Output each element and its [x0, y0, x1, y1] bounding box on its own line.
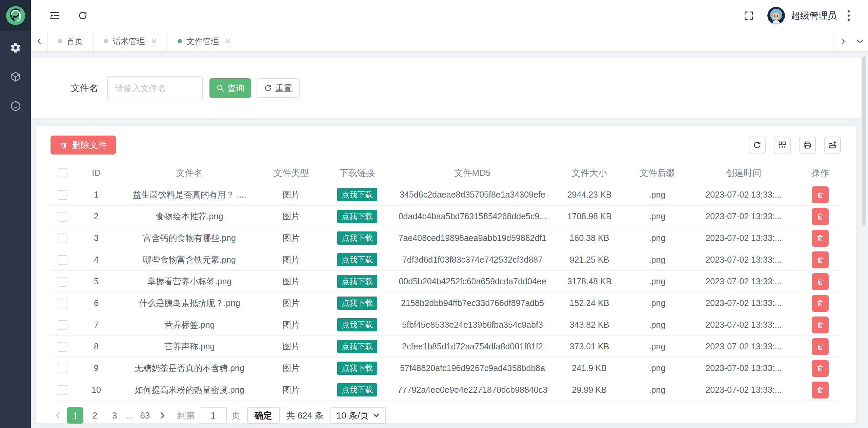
export-button[interactable]: [824, 137, 841, 154]
download-link-button[interactable]: 点我下载: [337, 318, 377, 331]
row-delete-button[interactable]: [812, 230, 829, 247]
row-checkbox[interactable]: [58, 364, 67, 373]
table-row: 10 如何提高米粉的热量密度.png 图片 点我下载 77792a4ee0e9e…: [51, 379, 841, 401]
download-link-button[interactable]: 点我下载: [337, 253, 377, 266]
cell-ext: .png: [627, 184, 688, 206]
file-table-card: 删除文件: [36, 126, 856, 423]
sidebar-item-profile[interactable]: [6, 97, 25, 116]
current-user-name[interactable]: 超级管理员: [791, 9, 837, 22]
row-checkbox[interactable]: [58, 385, 67, 395]
cell-size: 2944.23 KB: [552, 184, 627, 206]
cell-ext: .png: [627, 379, 688, 401]
download-link-button[interactable]: 点我下载: [337, 362, 377, 375]
cell-size: 29.99 KB: [552, 379, 627, 401]
row-checkbox[interactable]: [58, 299, 67, 308]
row-delete-button[interactable]: [812, 208, 829, 225]
row-checkbox[interactable]: [58, 233, 67, 243]
cell-id: 5: [74, 271, 118, 292]
next-page-button[interactable]: [155, 411, 170, 420]
row-delete-button[interactable]: [812, 295, 829, 312]
row-delete-button[interactable]: [812, 360, 829, 377]
row-delete-button[interactable]: [812, 382, 829, 399]
user-menu-kebab-icon[interactable]: [847, 10, 850, 21]
sidebar-item-settings[interactable]: [6, 38, 25, 57]
cell-md5: 2cfee1b85d1d72aa754dfa8d001f81f2: [393, 336, 552, 358]
download-link-button[interactable]: 点我下载: [337, 340, 377, 353]
row-checkbox[interactable]: [58, 212, 67, 222]
tabs-scroll-left-button[interactable]: [31, 31, 48, 51]
row-checkbox[interactable]: [58, 190, 67, 200]
filename-search-input[interactable]: [107, 76, 203, 100]
row-delete-button[interactable]: [812, 251, 829, 268]
cell-ext: .png: [627, 206, 688, 227]
download-link-button[interactable]: 点我下载: [337, 297, 377, 310]
avatar[interactable]: [767, 7, 785, 24]
sidebar-collapse-icon[interactable]: [49, 10, 60, 21]
print-button[interactable]: [799, 137, 816, 154]
fullscreen-icon[interactable]: [744, 11, 754, 21]
tab-close-icon[interactable]: [225, 38, 231, 44]
cell-filename: 食物绘本推荐.png: [118, 206, 261, 227]
app-logo[interactable]: [0, 0, 31, 31]
card-toolbar: 删除文件: [51, 136, 841, 155]
row-checkbox[interactable]: [58, 277, 67, 287]
tabs-actions-dropdown-button[interactable]: [851, 31, 868, 51]
tab-status-dot: [178, 39, 182, 43]
table-row: 5 掌握看营养小标签.png 图片 点我下载 00d5b204b4252fc60…: [51, 271, 841, 292]
row-checkbox[interactable]: [58, 320, 67, 330]
tab-home[interactable]: 首页: [48, 31, 94, 51]
cell-size: 241.9 KB: [552, 358, 627, 379]
page-size-value: 10 条/页: [337, 410, 369, 422]
vertical-scrollbar[interactable]: [862, 56, 866, 226]
page-ellipsis[interactable]: ...: [126, 410, 134, 421]
download-link-button[interactable]: 点我下载: [337, 275, 377, 288]
sidebar-item-model[interactable]: [6, 67, 25, 86]
page-number-1[interactable]: 1: [67, 407, 83, 424]
cell-created: 2023-07-02 13:33:...: [688, 271, 800, 292]
delete-files-button-label: 删除文件: [72, 139, 107, 151]
table-row: 7 营养标签.png 图片 点我下载 5fbf45e8533e24e139b6f…: [51, 314, 841, 336]
page-number-63[interactable]: 63: [137, 407, 153, 424]
tab-file-management[interactable]: 文件管理: [167, 31, 241, 51]
row-checkbox[interactable]: [58, 342, 67, 352]
row-checkbox[interactable]: [58, 255, 67, 265]
query-button[interactable]: 查询: [209, 78, 251, 98]
cell-size: 373.01 KB: [552, 336, 627, 358]
row-delete-button[interactable]: [812, 186, 829, 203]
main-area: 超级管理员 首页 话术管理: [31, 0, 868, 428]
tab-close-icon[interactable]: [151, 38, 157, 44]
select-all-checkbox[interactable]: [58, 168, 67, 178]
tab-script-management[interactable]: 话术管理: [94, 31, 167, 51]
page-size-select[interactable]: 10 条/页: [330, 407, 386, 424]
row-delete-button[interactable]: [812, 273, 829, 290]
row-delete-button[interactable]: [812, 338, 829, 355]
search-icon: [216, 84, 224, 92]
download-link-button[interactable]: 点我下载: [337, 188, 377, 201]
column-settings-button[interactable]: [774, 137, 791, 154]
prev-page-button[interactable]: [51, 411, 65, 420]
trash-icon: [59, 141, 68, 149]
refresh-page-icon[interactable]: [78, 11, 88, 21]
cell-size: 921.25 KB: [552, 249, 627, 271]
headset-person-logo-icon: [5, 5, 26, 26]
tabs-scroll-right-button[interactable]: [834, 31, 851, 51]
cell-id: 7: [74, 314, 118, 336]
cell-filetype: 图片: [261, 271, 322, 292]
tags-view-bar: 首页 话术管理 文件管理: [31, 31, 868, 52]
delete-files-button[interactable]: 删除文件: [51, 136, 116, 155]
chevron-down-icon: [373, 412, 380, 419]
cell-md5: 7df3d6d1f03f83c374e742532cf3d887: [393, 249, 552, 271]
trash-icon: [816, 234, 824, 242]
download-link-button[interactable]: 点我下载: [337, 383, 377, 396]
cell-filename: 营养声称.png: [118, 336, 261, 358]
refresh-table-button[interactable]: [749, 137, 766, 154]
page-number-3[interactable]: 3: [106, 407, 123, 424]
reset-button[interactable]: 重置: [257, 78, 300, 98]
cell-filetype: 图片: [261, 358, 322, 379]
row-delete-button[interactable]: [812, 317, 829, 333]
page-number-2[interactable]: 2: [87, 407, 103, 424]
download-link-button[interactable]: 点我下载: [337, 231, 377, 245]
jump-page-input[interactable]: [200, 407, 227, 424]
confirm-jump-button[interactable]: 确定: [247, 407, 280, 424]
download-link-button[interactable]: 点我下载: [337, 210, 377, 223]
